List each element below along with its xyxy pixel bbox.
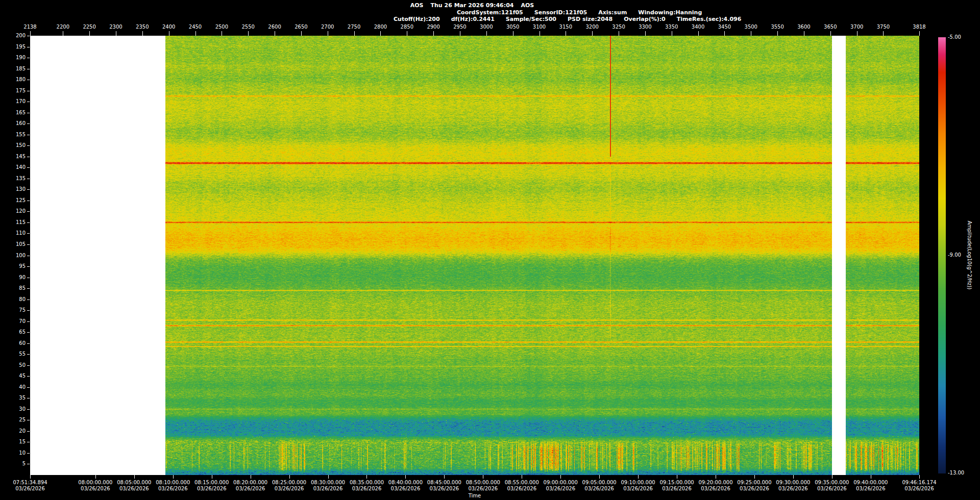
time-axis-tick-date: 03/26/2026: [352, 486, 382, 491]
top-axis-tick-label: 3300: [639, 24, 651, 30]
freq-axis-tick-label: 25: [0, 417, 26, 422]
freq-axis-tick-mark: [27, 157, 30, 157]
freq-axis-tick-label: 110: [0, 230, 26, 236]
freq-axis-tick-mark: [27, 211, 30, 212]
spectrogram-canvas[interactable]: [30, 36, 919, 475]
time-axis-tick-time: 08:00:00.000: [78, 480, 112, 485]
top-axis-tick-mark: [698, 31, 699, 36]
time-axis-tick-time: 08:50:00.000: [466, 480, 500, 485]
header-datetime: Thu 26 Mar 2026 09:46:04: [431, 2, 514, 9]
time-axis-tick-time: 09:15:00.000: [659, 480, 694, 485]
freq-axis-tick-mark: [27, 244, 30, 245]
freq-axis-tick-mark: [27, 332, 30, 333]
top-axis-tick-label: 3150: [559, 24, 572, 30]
freq-axis-tick-mark: [27, 113, 30, 113]
freq-axis-tick-mark: [27, 233, 30, 234]
time-axis-tick-mark: [328, 475, 329, 479]
top-axis-tick-label: 2250: [83, 24, 95, 30]
time-axis-tick-time: 09:40:00.000: [853, 480, 888, 485]
top-axis-tick-mark: [460, 31, 460, 36]
freq-axis-tick-label: 85: [0, 285, 26, 291]
time-axis-tick-date: 03/26/2026: [740, 486, 769, 491]
freq-axis-tick-label: 65: [0, 329, 26, 335]
top-axis-tick-mark: [777, 31, 778, 36]
freq-axis-tick-mark: [27, 47, 30, 47]
freq-axis-tick-mark: [27, 69, 30, 69]
header-title: AOS Thu 26 Mar 2026 09:46:04 AOS: [0, 2, 944, 9]
top-axis-tick-mark: [89, 31, 90, 36]
freq-axis-tick-label: 135: [0, 176, 26, 181]
freq-axis-tick-label: 35: [0, 395, 26, 401]
top-axis-tick-mark: [540, 31, 540, 36]
time-axis-tick-mark: [638, 475, 639, 479]
param-item: CoordSystem:121f05: [457, 9, 523, 16]
top-axis-tick-label: 2950: [453, 24, 466, 30]
freq-axis-tick-label: 20: [0, 428, 26, 434]
time-axis-tick-date: 03/26/2026: [197, 486, 227, 491]
freq-axis-tick-mark: [27, 123, 30, 124]
top-axis-tick-label: 2138: [23, 24, 36, 30]
time-axis-tick-date: 03/26/2026: [546, 486, 575, 491]
freq-axis-tick-label: 200: [0, 33, 26, 38]
time-axis-tick-mark: [677, 475, 677, 479]
time-axis-tick-time: 08:25:00.000: [272, 480, 306, 485]
time-axis-tick-date: 03/26/2026: [275, 486, 304, 491]
top-axis-tick-label: 2900: [427, 24, 439, 30]
time-axis-tick-mark: [754, 475, 755, 479]
top-axis-tick-label: 3100: [533, 24, 546, 30]
top-axis-tick-mark: [513, 31, 513, 36]
time-axis-tick-mark: [405, 475, 406, 479]
time-axis-tick-time: 09:35:00.000: [815, 480, 849, 485]
freq-axis-tick-label: 185: [0, 66, 26, 71]
top-axis-tick-mark: [275, 31, 275, 36]
freq-axis-tick-mark: [27, 145, 30, 146]
freq-axis-tick-mark: [27, 167, 30, 168]
colorbar-canvas: [938, 37, 946, 473]
top-axis-tick-label: 3700: [850, 24, 863, 30]
freq-axis-tick-mark: [27, 453, 30, 454]
top-axis-tick-label: 2200: [57, 24, 69, 30]
freq-axis-tick-label: 80: [0, 296, 26, 302]
top-axis-tick-label: 3818: [913, 24, 925, 30]
app-name-right: AOS: [521, 2, 534, 9]
top-axis-tick-mark: [380, 31, 381, 36]
time-axis-tick-time: 08:10:00.000: [156, 480, 190, 485]
time-axis-tick-date: 03/26/2026: [701, 486, 730, 491]
top-axis-tick-label: 2500: [215, 24, 228, 30]
time-axis-tick-time: 09:25:00.000: [737, 480, 771, 485]
top-axis-tick-mark: [30, 31, 31, 36]
freq-axis-tick-mark: [27, 354, 30, 355]
app-name-left: AOS: [410, 2, 424, 9]
freq-axis-tick-mark: [27, 409, 30, 410]
time-axis-tick-date: 03/26/2026: [119, 486, 149, 491]
freq-axis-tick-label: 60: [0, 340, 26, 346]
colorbar-max-label: -5.00: [948, 34, 961, 40]
time-axis-tick-time: 08:30:00.000: [311, 480, 345, 485]
freq-axis-tick-label: 160: [0, 120, 26, 126]
top-axis-tick-mark: [301, 31, 302, 36]
freq-axis-tick-mark: [27, 58, 30, 58]
freq-axis-tick-mark: [27, 91, 30, 91]
top-axis-tick-label: 3600: [797, 24, 810, 30]
freq-axis-tick-mark: [27, 189, 30, 190]
time-axis-tick-mark: [793, 475, 794, 479]
param-item: Cutoff(Hz):200: [394, 16, 440, 22]
freq-axis-tick-label: 100: [0, 253, 26, 258]
param-item: Axis:sum: [598, 9, 627, 16]
param-item: SensorID:121f05: [534, 9, 587, 16]
top-axis-tick-mark: [354, 31, 355, 36]
freq-axis-tick-mark: [27, 310, 30, 311]
freq-axis-tick-mark: [27, 36, 30, 36]
freq-axis-tick-mark: [27, 222, 30, 223]
param-item: PSD size:2048: [568, 16, 612, 22]
top-axis-tick-mark: [142, 31, 143, 36]
top-axis-tick-mark: [248, 31, 249, 36]
freq-axis-tick-mark: [27, 387, 30, 388]
top-axis-tick-mark: [592, 31, 593, 36]
top-axis-tick-mark: [830, 31, 831, 36]
top-axis-tick-mark: [619, 31, 619, 36]
time-axis-tick-time: 08:40:00.000: [388, 480, 423, 485]
time-axis-tick-mark: [919, 475, 920, 479]
freq-axis-tick-label: 115: [0, 219, 26, 225]
time-axis-tick-date: 03/26/2026: [468, 486, 498, 491]
